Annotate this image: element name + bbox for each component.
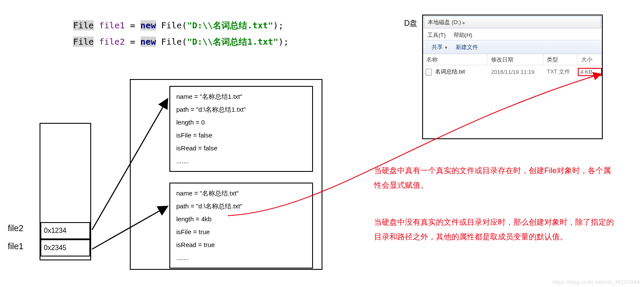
obj2-name: name = "名称总结1.txt"	[176, 90, 306, 103]
obj2-isread: isRead = false	[176, 142, 306, 155]
obj1-name: name = "名称总结.txt"	[176, 187, 306, 200]
file-object-1: name = "名称总结.txt" path = "d:\名称总结.txt" l…	[169, 183, 313, 269]
explorer-menu-bar: 工具(T) 帮助(H)	[423, 30, 602, 40]
file-type-cell: TXT 文件	[543, 68, 578, 76]
obj2-path: path = "d:\名称总结1.txt"	[176, 103, 306, 116]
watermark: https://blog.csdn.net/m0_46153949	[552, 279, 640, 285]
stack-box: 0x1234 0x2345	[40, 123, 91, 260]
explorer-breadcrumb[interactable]: 本地磁盘 (D:) ▸	[424, 16, 601, 28]
code-snippet: File file1 = new File("D:\\名词总结.txt"); F…	[73, 17, 288, 50]
menu-help[interactable]: 帮助(H)	[454, 31, 472, 39]
note-no-file: 当硬盘中没有真实的文件或目录对应时，那么创建对象时，除了指定的目录和路径之外，其…	[374, 215, 615, 244]
file-icon	[426, 69, 432, 76]
file-name-cell: 名词总结.txt	[435, 68, 465, 75]
code-line-2: File file2 = new File("D:\\名词总结1.txt");	[73, 34, 288, 50]
col-header-type[interactable]: 类型	[543, 54, 578, 65]
explorer-window: 本地磁盘 (D:) ▸ 工具(T) 帮助(H) 共享▼ 新建文件 名称 修改日期…	[422, 15, 603, 139]
obj2-dots: .......	[176, 155, 306, 168]
file-date-cell: 2016/11/19 11:19	[488, 69, 543, 75]
menu-tools[interactable]: 工具(T)	[427, 31, 446, 39]
col-header-size[interactable]: 大小	[578, 54, 602, 65]
stack-label-file1: file1	[8, 241, 24, 251]
obj1-path: path = "d:\名称总结.txt"	[176, 200, 306, 213]
file-row[interactable]: 名词总结.txt 2016/11/19 11:19 TXT 文件 4 KB	[423, 66, 602, 77]
breadcrumb-location: 本地磁盘 (D:)	[428, 18, 461, 26]
note-real-file: 当硬盘中真有一个真实的文件或目录存在时，创建File对象时，各个属性会显式赋值。	[374, 163, 615, 192]
obj1-isfile: isFile = true	[176, 226, 306, 238]
obj2-isfile: isFile = false	[176, 129, 306, 142]
obj1-length: length = 4kb	[176, 213, 306, 226]
toolbar-share[interactable]: 共享▼	[432, 43, 448, 51]
obj2-length: length = 0	[176, 116, 306, 129]
stack-label-file2: file2	[8, 223, 24, 233]
file-object-2: name = "名称总结1.txt" path = "d:\名称总结1.txt"…	[169, 86, 313, 172]
toolbar-new-folder[interactable]: 新建文件	[456, 43, 478, 51]
d-drive-label: D盘	[404, 18, 417, 28]
obj1-dots: .......	[176, 251, 306, 264]
stack-cell-file2: 0x1234	[40, 222, 90, 239]
chevron-down-icon: ▼	[444, 46, 448, 50]
explorer-toolbar: 共享▼ 新建文件	[423, 40, 602, 54]
col-header-date[interactable]: 修改日期	[488, 54, 543, 65]
explorer-column-headers: 名称 修改日期 类型 大小	[423, 54, 602, 65]
obj1-isread: isRead = true	[176, 238, 306, 251]
code-line-1: File file1 = new File("D:\\名词总结.txt");	[73, 17, 288, 34]
chevron-right-icon: ▸	[463, 19, 466, 26]
stack-cell-file1: 0x2345	[40, 239, 90, 256]
file-size-cell: 4 KB	[578, 68, 602, 76]
col-header-name[interactable]: 名称	[423, 54, 488, 65]
